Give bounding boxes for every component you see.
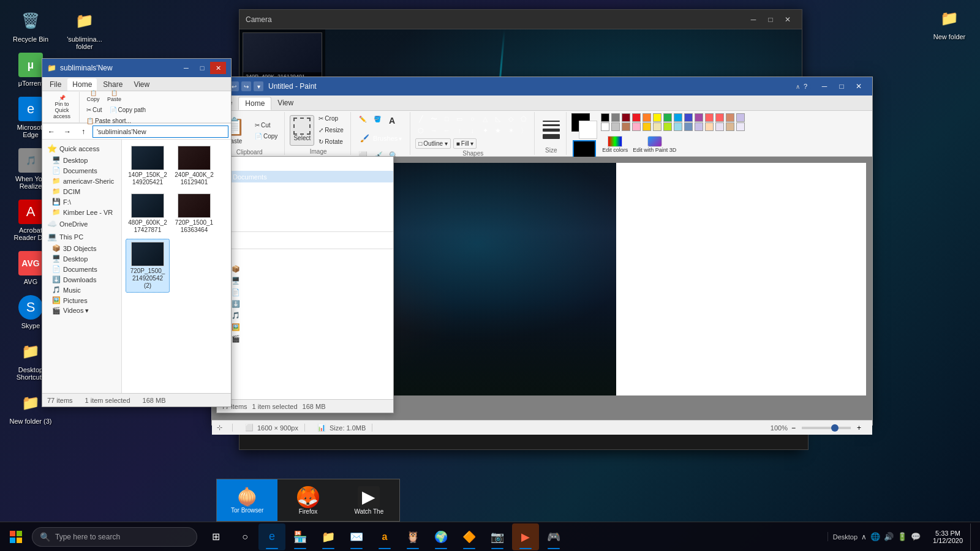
mini-nav-videos[interactable]: 🎬 Videos ▾ — [217, 333, 393, 345]
taskbar-search[interactable]: 🔍 Type here to search — [32, 527, 197, 547]
swatch-6[interactable] — [663, 113, 672, 122]
forward-button[interactable]: → — [61, 126, 74, 138]
exp-paste-button[interactable]: 📋 Paste — [104, 88, 124, 104]
zoom-slider[interactable] — [802, 427, 851, 429]
edit-colors-button[interactable]: Edit colors — [601, 135, 629, 154]
up-button[interactable]: ↑ — [77, 126, 90, 138]
shape-chevron[interactable]: 〉 — [518, 125, 529, 136]
exp-copy-path-button[interactable]: 📄 Copy path — [107, 105, 149, 115]
shape-arrow-up[interactable]: ↑ — [454, 125, 465, 136]
swatch-25[interactable] — [715, 122, 724, 131]
taskbar-browser-btn[interactable]: 🌍 — [428, 523, 454, 550]
file-item-720p-2[interactable]: 720P_1500_214920542 (2) — [126, 239, 170, 293]
shape-diamond[interactable]: ◇ — [505, 113, 516, 124]
swatch-12[interactable] — [726, 113, 734, 122]
edit-paint3d-button[interactable]: Edit with Paint 3D — [631, 135, 677, 154]
camera-maximize-button[interactable]: □ — [763, 13, 778, 26]
color1-preview[interactable] — [573, 140, 596, 159]
swatch-17[interactable] — [632, 122, 641, 131]
swatch-18[interactable] — [643, 122, 651, 131]
nav-americavr[interactable]: 📁 americavr-Sheric — [42, 176, 121, 186]
mini-nav-3dobjects[interactable]: 📦 3D Objects — [217, 263, 393, 275]
swatch-14[interactable] — [601, 122, 609, 131]
mini-nav-documents2[interactable]: 📄 Documents — [217, 287, 393, 298]
swatch-26[interactable] — [726, 122, 734, 131]
exp-cut-button[interactable]: ✂ Cut — [83, 105, 105, 115]
nav-downloads[interactable]: ⬇️ Downloads — [42, 274, 121, 285]
explorer-minimize-button[interactable]: ─ — [178, 62, 194, 74]
nav-3d-objects[interactable]: 📦 3D Objects — [42, 243, 121, 253]
shape-hexagon[interactable]: ⬡ — [415, 125, 426, 136]
swatch-1[interactable] — [611, 113, 620, 122]
file-item-140p[interactable]: 140P_150K_2149205421 — [126, 143, 170, 189]
outline-button[interactable]: □ Outline ▾ — [415, 138, 451, 149]
mini-nav-desktop2[interactable]: 🖥️ Desktop — [217, 275, 393, 287]
nav-this-pc[interactable]: 💻 This PC — [42, 230, 121, 243]
volume-icon[interactable]: 🔊 — [884, 532, 894, 541]
swatch-10[interactable] — [705, 113, 714, 122]
cut-button[interactable]: ✂ Cut — [252, 120, 281, 130]
shape-pentagon[interactable]: ⬠ — [518, 113, 529, 124]
taskbar-camera-btn[interactable]: 📷 — [484, 523, 511, 550]
taskbar-task-view[interactable]: ⊞ — [202, 523, 229, 550]
swatch-21[interactable] — [674, 122, 682, 131]
size-line-2[interactable] — [543, 124, 560, 126]
swatch-19[interactable] — [653, 122, 662, 131]
mini-nav-documents[interactable]: 📄 Documents — [217, 171, 393, 182]
shape-arrow-right[interactable]: → — [428, 125, 439, 136]
shape-star4[interactable]: ✦ — [480, 125, 491, 136]
desktop-icon-recycle-bin[interactable]: 🗑️ Recycle Bin — [6, 6, 55, 45]
show-desktop-button[interactable] — [970, 523, 975, 550]
swatch-0[interactable] — [601, 113, 609, 122]
shape-star5[interactable]: ★ — [492, 125, 503, 136]
taskbar-cortana[interactable]: ○ — [232, 523, 258, 550]
mini-thumb-240p[interactable]: 240P_400K_216129401 — [243, 32, 322, 81]
nav-music[interactable]: 🎵 Music — [42, 285, 121, 295]
nav-onedrive[interactable]: ☁️ OneDrive — [42, 217, 121, 230]
nav-dcim[interactable]: 📁 DCIM — [42, 186, 121, 197]
taskbar-store-btn[interactable]: 🏪 — [287, 523, 314, 550]
crop-button[interactable]: ✂ Crop — [315, 113, 347, 124]
camera-minimize-button[interactable]: ─ — [745, 13, 761, 26]
swatch-27[interactable] — [736, 122, 745, 131]
mini-nav-f[interactable]: 💾 F:\ — [217, 206, 393, 217]
mini-nav-kimber[interactable]: 📁 Kimber Lee - VR — [217, 217, 393, 229]
desktop-icon-subliminal-folder[interactable]: 📁 'sublimina... folder — [60, 6, 109, 53]
mini-nav-music[interactable]: 🎵 Music — [217, 310, 393, 321]
shape-rect[interactable]: □ — [441, 113, 452, 124]
paint-menu-home[interactable]: Home — [238, 97, 271, 110]
explorer-menu-file[interactable]: File — [45, 78, 66, 91]
exp-copy-button[interactable]: 📋 Copy — [83, 88, 103, 104]
color2-box[interactable] — [579, 121, 597, 139]
taskbar-explorer-btn[interactable]: 📁 — [315, 523, 342, 550]
rotate-button[interactable]: ↻ Rotate — [315, 137, 347, 147]
file-item-480p[interactable]: 480P_600K_217427871 — [126, 191, 170, 236]
taskbar-mail-btn[interactable]: ✉️ — [343, 523, 370, 550]
swatch-9[interactable] — [695, 113, 703, 122]
nav-f-drive[interactable]: 💾 F:\ — [42, 197, 121, 207]
taskbar-edge-btn[interactable]: e — [258, 523, 285, 550]
pencil-button[interactable]: ✏️ — [356, 113, 369, 128]
chevron-up-icon[interactable]: ∧ — [861, 533, 867, 541]
nav-documents2[interactable]: 📄 Documents — [42, 264, 121, 274]
paint-minimize-button[interactable]: ─ — [816, 80, 833, 92]
nav-desktop[interactable]: 🖥️ Desktop — [42, 155, 121, 165]
swatch-23[interactable] — [695, 122, 703, 131]
swatch-7[interactable] — [674, 113, 682, 122]
swatch-8[interactable] — [684, 113, 693, 122]
shape-arrow-left[interactable]: ← — [441, 125, 452, 136]
swatch-4[interactable] — [643, 113, 651, 122]
size-line-3[interactable] — [543, 129, 560, 132]
swatch-16[interactable] — [622, 122, 630, 131]
swatch-22[interactable] — [684, 122, 693, 131]
paint-maximize-button[interactable]: □ — [833, 80, 850, 92]
taskbar-clock[interactable]: 5:33 PM 1/12/2020 — [928, 530, 968, 544]
fill-button[interactable]: 🪣 — [371, 113, 384, 128]
battery-icon[interactable]: 🔋 — [897, 532, 907, 541]
tray-firefox[interactable]: 🦊 Firefox — [277, 479, 338, 521]
address-bar[interactable]: 'subliminals'New — [92, 126, 228, 138]
shape-curve[interactable]: 〜 — [428, 113, 439, 124]
shape-ellipse[interactable]: ○ — [467, 113, 478, 124]
back-button[interactable]: ← — [45, 126, 58, 138]
copy-button[interactable]: 📄 Copy — [252, 131, 281, 141]
